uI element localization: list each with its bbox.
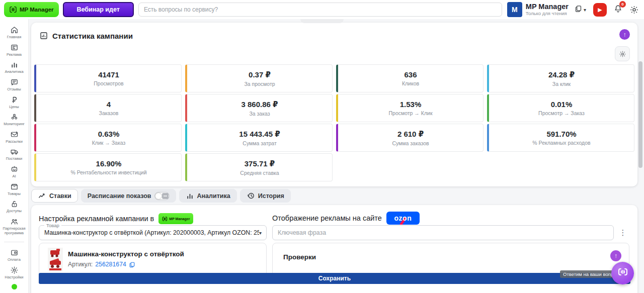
- stat-card: 41471Просмотров: [34, 64, 182, 92]
- drag-handle: [300, 19, 344, 23]
- mp-manager-logo: MP Manager: [158, 213, 193, 224]
- stat-label: За заказ: [249, 111, 270, 117]
- sidebar-item-home[interactable]: Главная: [0, 26, 28, 40]
- tab-label: Ставки: [49, 192, 71, 200]
- stat-card: 375.71 ₽Средняя ставка: [185, 153, 333, 181]
- pages-icon: [574, 5, 583, 15]
- sidebar-item-label: Главная: [7, 35, 22, 40]
- stat-value: 4: [107, 100, 111, 109]
- barcode-logo-icon: [162, 216, 168, 222]
- payment-icon: [10, 248, 19, 257]
- schedule-toggle[interactable]: [154, 192, 170, 200]
- stat-label: Сумма заказов: [392, 140, 429, 146]
- tab-schedule[interactable]: Расписание показов: [81, 189, 176, 203]
- copy-icon[interactable]: [129, 261, 135, 268]
- stat-label: Средняя ставка: [240, 170, 279, 176]
- stat-value: 3 860.86 ₽: [242, 100, 278, 109]
- sidebar-item-analytics[interactable]: Аналитика: [0, 60, 28, 74]
- sidebar-item-access[interactable]: Доступы: [0, 200, 28, 214]
- chevron-down-icon: ▾: [259, 230, 262, 236]
- video-channel-button[interactable]: ▶: [593, 3, 607, 17]
- sidebar-item-partners[interactable]: Партнерская программа: [0, 217, 28, 235]
- stat-value: 16.90%: [96, 159, 122, 168]
- product-select[interactable]: Товар Машинка-конструктор с отвёрткой (А…: [39, 225, 267, 240]
- sidebar: ГлавнаяРекламаАналитикаОтзывыЦеныМонитор…: [0, 19, 29, 293]
- stat-card: 4Заказов: [34, 94, 182, 122]
- sidebar-item-goods[interactable]: Товары: [0, 182, 28, 197]
- checks-title: Проверки: [283, 253, 316, 261]
- chevron-down-icon: ▾: [584, 7, 586, 13]
- sidebar-item-mailings[interactable]: Рассылки: [0, 130, 28, 144]
- stat-card: 0.01%Просмотр → Заказ: [487, 94, 634, 122]
- sidebar-divider: [4, 242, 24, 242]
- stat-label: За клик: [552, 81, 571, 87]
- ads-icon: [10, 43, 19, 52]
- goods-icon: [10, 182, 19, 191]
- sidebar-item-prices[interactable]: Цены: [0, 95, 28, 110]
- webinar-button[interactable]: Вебинар идет: [63, 2, 134, 17]
- sidebar-item-label: Реклама: [7, 53, 22, 57]
- notifications-button[interactable]: 0: [613, 4, 623, 16]
- stat-label: % Рекламных расходов: [532, 140, 590, 146]
- account-menu[interactable]: M MP Manager Только для чтения ▾: [507, 2, 586, 17]
- campaign-stats-panel: Статистика кампании 41471Просмотров0.37 …: [31, 23, 637, 186]
- sidebar-item-payment[interactable]: Оплата: [0, 248, 28, 262]
- ozon-logo: ozon: [386, 212, 420, 225]
- stat-value: 0.37 ₽: [249, 70, 271, 79]
- line-chart-icon: [38, 191, 46, 200]
- stat-label: Просмотров: [94, 80, 123, 86]
- notification-badge: 0: [619, 1, 626, 8]
- stat-card: 15 443.45 ₽Сумма затрат: [185, 124, 333, 152]
- collapse-button[interactable]: ↑: [610, 250, 621, 261]
- keyword-input[interactable]: [272, 225, 614, 240]
- sku-link[interactable]: 256281674: [95, 261, 126, 268]
- partners-icon: [10, 217, 19, 226]
- analytics-icon: [10, 60, 19, 69]
- stats-settings-button[interactable]: [615, 46, 630, 61]
- sidebar-item-ai[interactable]: AI: [0, 165, 28, 179]
- stat-value: 0.01%: [551, 100, 573, 109]
- stat-card: 3 860.86 ₽За заказ: [185, 94, 333, 122]
- reviews-icon: [10, 78, 19, 86]
- save-button[interactable]: Сохранить: [39, 273, 630, 284]
- stat-value: 0.63%: [98, 130, 120, 138]
- product-title: Машинка-конструктор с отвёрткой: [68, 250, 184, 258]
- settings-button[interactable]: [629, 5, 639, 15]
- view-tabs: СтавкиРасписание показовАналитикаИстория: [31, 189, 291, 203]
- tab-rates[interactable]: Ставки: [31, 189, 78, 203]
- search-input[interactable]: [138, 3, 502, 17]
- stat-card: 16.90%% Рентабельности инвестиций: [34, 153, 182, 181]
- app-logo[interactable]: MP Manager: [4, 2, 59, 17]
- sidebar-item-monitoring[interactable]: Мониторинг: [0, 113, 28, 127]
- stat-value: 2 610 ₽: [397, 130, 424, 139]
- stat-value: 15 443.45 ₽: [239, 130, 280, 139]
- tab-analytics[interactable]: Аналитика: [179, 189, 237, 203]
- vertical-scrollbar[interactable]: [638, 61, 642, 168]
- status-dot: [12, 284, 17, 289]
- sidebar-item-label: Товары: [8, 192, 21, 197]
- stat-value: 41471: [98, 70, 119, 79]
- sidebar-item-settings[interactable]: Настройки: [0, 266, 28, 280]
- access-icon: [10, 200, 19, 208]
- stat-card: 636Кликов: [336, 64, 484, 92]
- stats-grid: 41471Просмотров0.37 ₽За просмотр636Клико…: [34, 64, 634, 181]
- bar-chart-icon: [186, 191, 194, 200]
- stat-label: Сумма затрат: [243, 140, 276, 146]
- barcode-logo-icon: [9, 6, 17, 14]
- sidebar-item-label: Аналитика: [5, 70, 23, 74]
- sidebar-item-label: Цены: [9, 105, 19, 110]
- stat-value: 1.53%: [400, 100, 422, 109]
- scroll-top-button[interactable]: ↑: [619, 29, 630, 40]
- chat-icon: [617, 266, 629, 280]
- sidebar-item-label: Доступы: [7, 209, 22, 214]
- tab-history[interactable]: История: [240, 189, 291, 203]
- tab-label: Аналитика: [197, 192, 230, 200]
- stat-label: % Рентабельности инвестиций: [70, 169, 146, 175]
- keyword-menu-button[interactable]: ⋮: [618, 227, 627, 239]
- sidebar-item-supplies[interactable]: Поставки: [0, 147, 28, 161]
- chat-button[interactable]: [611, 262, 634, 284]
- sidebar-item-ads[interactable]: Реклама: [0, 43, 28, 57]
- accounts-switcher[interactable]: ▾: [574, 5, 586, 15]
- sidebar-item-reviews[interactable]: Отзывы: [0, 78, 28, 92]
- stat-label: Просмотр → Клик: [389, 110, 433, 116]
